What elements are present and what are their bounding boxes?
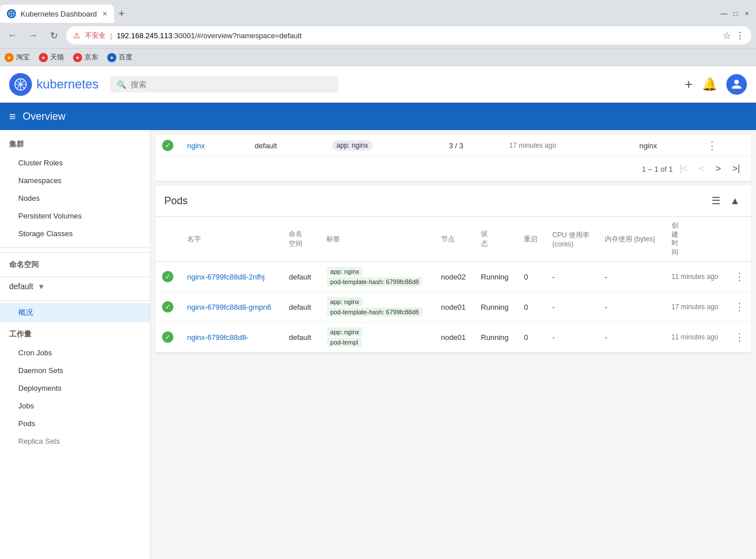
window-controls: — □ × <box>719 9 756 18</box>
app-header: kubernetes 🔍 + 🔔 <box>0 66 756 103</box>
notifications-icon[interactable]: 🔔 <box>702 77 717 92</box>
browser-menu-icon[interactable]: ⋮ <box>735 30 745 41</box>
address-domain: 192.168.245.113 <box>116 31 172 40</box>
search-input[interactable] <box>131 80 331 89</box>
avatar[interactable] <box>726 74 747 95</box>
sidebar-item-daemon-sets[interactable]: Daemon Sets <box>0 362 150 379</box>
minimize-button[interactable]: — <box>719 9 729 18</box>
pod-namespace: default <box>282 292 320 322</box>
pod-age: 11 minutes ago <box>665 322 727 353</box>
address-separator: | <box>110 31 112 40</box>
pod-cpu: - <box>545 292 598 322</box>
pod-more-button[interactable]: ⋮ <box>734 301 745 313</box>
pod-more-button[interactable]: ⋮ <box>734 270 745 283</box>
namespace-dropdown[interactable]: default ▼ <box>9 280 141 293</box>
pod-cpu: - <box>545 322 598 353</box>
active-tab[interactable]: Kubernetes Dashboard × <box>0 5 114 23</box>
bookmark-tianmao[interactable]: ● 天猫 <box>39 52 64 62</box>
pod-label-chip: pod-templ <box>327 338 362 347</box>
bookmarks-bar: ● 淘宝 ● 天猫 ● 京东 ● 百度 <box>0 48 756 66</box>
deployment-name-link[interactable]: nginx <box>187 141 205 150</box>
bookmark-jingdong[interactable]: ● 京东 <box>73 52 98 62</box>
pod-namespace: default <box>282 322 320 353</box>
security-warning-icon: ⚠ <box>73 31 80 40</box>
maximize-button[interactable]: □ <box>731 9 740 18</box>
prev-page-button[interactable]: < <box>694 161 709 176</box>
sidebar-item-namespaces[interactable]: Namespaces <box>0 172 150 189</box>
forward-button[interactable]: → <box>25 27 41 43</box>
pod-memory: - <box>598 292 664 322</box>
pod-more-button[interactable]: ⋮ <box>734 331 745 343</box>
deployment-label: app: nginx <box>332 140 373 151</box>
sidebar-item-overview[interactable]: 概况 <box>0 303 150 322</box>
close-button[interactable]: × <box>742 9 751 18</box>
pod-name-link[interactable]: nginx-6799fc88d8-gmpn6 <box>187 303 271 311</box>
first-page-button[interactable]: |< <box>675 161 692 176</box>
app-logo: kubernetes <box>9 73 99 96</box>
sidebar-item-deployments[interactable]: Deployments <box>0 379 150 397</box>
pod-label-chip: pod-template-hash: 6799fc88d8 <box>327 277 422 286</box>
address-bar-row: ← → ↻ ⚠ 不安全 | 192.168.245.113:30001/#/ov… <box>0 23 756 48</box>
bookmark-taobao[interactable]: ● 淘宝 <box>5 52 30 62</box>
pagination-text: 1 – 1 of 1 <box>642 165 673 173</box>
search-bar[interactable]: 🔍 <box>110 76 338 92</box>
bookmark-baidu-label: 百度 <box>119 52 132 62</box>
add-icon[interactable]: + <box>685 76 693 92</box>
namespace-section-title: 命名空间 <box>9 260 39 270</box>
address-actions: ☆ ⋮ <box>723 30 745 41</box>
collapse-icon[interactable]: ▲ <box>727 192 742 209</box>
address-url: 192.168.245.113:30001/#/overview?namespa… <box>116 31 301 40</box>
pod-memory: - <box>598 322 664 353</box>
col-namespace: 命名空间 <box>282 217 320 262</box>
content-area: 集群 Cluster Roles Namespaces Nodes Persis… <box>0 130 756 559</box>
sidebar-toggle-icon[interactable]: ≡ <box>9 110 16 123</box>
sidebar-item-replica-sets[interactable]: Replica Sets <box>0 432 150 450</box>
pod-namespace: default <box>282 262 320 292</box>
pod-status-ok-icon: ✓ <box>162 271 173 282</box>
bookmark-baidu[interactable]: ● 百度 <box>107 52 132 62</box>
status-ok-icon: ✓ <box>162 140 173 151</box>
namespace-selector[interactable]: 命名空间 <box>0 252 150 277</box>
new-tab-button[interactable]: + <box>114 8 130 20</box>
pod-restarts: 0 <box>517 262 545 292</box>
tab-close-button[interactable]: × <box>103 9 107 18</box>
pod-age: 11 minutes ago <box>665 262 727 292</box>
app: kubernetes 🔍 + 🔔 ≡ Overview 集群 Cluster R… <box>0 66 756 559</box>
pod-name-link[interactable]: nginx-6799fc88d8-2nfhj <box>187 273 265 281</box>
pagination: 1 – 1 of 1 |< < > >| <box>155 157 751 181</box>
deployment-images: nginx <box>632 135 700 157</box>
sidebar-item-pods[interactable]: Pods <box>0 415 150 432</box>
bookmark-icon[interactable]: ☆ <box>723 30 731 41</box>
address-path: :30001/#/overview?namespace=default <box>172 31 302 40</box>
table-row: ✓ nginx-6799fc88d8- default app: nginx p… <box>155 322 751 353</box>
sidebar-item-persistent-volumes[interactable]: Persistent Volumes <box>0 207 150 225</box>
pod-restarts: 0 <box>517 322 545 353</box>
back-button[interactable]: ← <box>5 27 21 43</box>
pod-label-chip: app: nginx <box>327 297 363 306</box>
header-right: + 🔔 <box>685 74 747 95</box>
sidebar-item-cron-jobs[interactable]: Cron Jobs <box>0 344 150 362</box>
sidebar-item-nodes[interactable]: Nodes <box>0 189 150 207</box>
deployments-table: ✓ nginx default app: nginx 3 / 3 17 minu… <box>155 135 751 157</box>
pods-section-actions: ☰ ▲ <box>709 192 742 209</box>
browser-chrome: Kubernetes Dashboard × + — □ × ← → ↻ ⚠ 不… <box>0 0 756 66</box>
next-page-button[interactable]: > <box>711 161 725 176</box>
deployment-more-button[interactable]: ⋮ <box>707 139 717 152</box>
baidu-icon: ● <box>107 53 116 62</box>
pod-name-link[interactable]: nginx-6799fc88d8- <box>187 333 249 342</box>
sidebar-item-jobs[interactable]: Jobs <box>0 397 150 415</box>
reload-button[interactable]: ↻ <box>46 27 62 43</box>
tab-title: Kubernetes Dashboard <box>21 10 97 18</box>
filter-icon[interactable]: ☰ <box>709 192 723 209</box>
jingdong-icon: ● <box>73 53 82 62</box>
pods-section-header: Pods ☰ ▲ <box>155 185 751 217</box>
pod-status-ok-icon: ✓ <box>162 301 173 313</box>
pod-label-chip: app: nginx <box>327 327 363 337</box>
last-page-button[interactable]: >| <box>728 161 745 176</box>
col-node: 节点 <box>434 217 474 262</box>
sidebar-item-storage-classes[interactable]: Storage Classes <box>0 225 150 242</box>
sidebar-item-cluster-roles[interactable]: Cluster Roles <box>0 154 150 172</box>
table-row: ✓ nginx default app: nginx 3 / 3 17 minu… <box>155 135 751 157</box>
pod-node: node02 <box>434 262 474 292</box>
address-bar[interactable]: ⚠ 不安全 | 192.168.245.113:30001/#/overview… <box>66 26 751 44</box>
